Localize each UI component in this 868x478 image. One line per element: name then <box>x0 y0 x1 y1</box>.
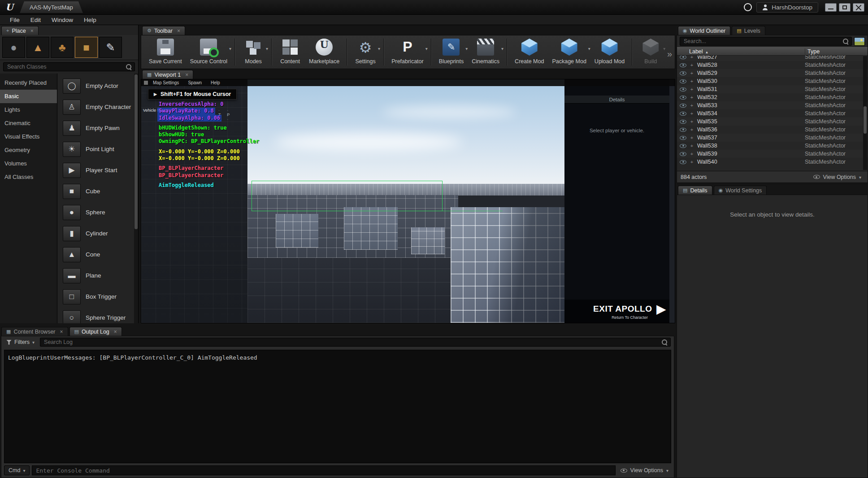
settings-button[interactable]: Settings <box>351 36 380 68</box>
close-tab-icon[interactable] <box>60 329 63 335</box>
source-control-button[interactable]: Source Control <box>186 36 231 68</box>
console-command-input[interactable] <box>32 465 615 475</box>
close-tab-icon[interactable] <box>185 72 188 78</box>
log-search-input[interactable] <box>43 339 662 346</box>
package-mod-button[interactable]: Package Mod <box>548 36 590 68</box>
place-scrollbar[interactable] <box>134 74 138 323</box>
outliner-scrollbar-thumb[interactable] <box>864 106 867 134</box>
place-category-foliage[interactable]: ♣ <box>51 37 74 58</box>
place-category-recently-placed[interactable]: Recently Placed <box>0 76 57 90</box>
visibility-eye-icon[interactable] <box>680 63 686 67</box>
place-category-recently-placed[interactable]: ● <box>2 37 25 58</box>
dropdown-caret-icon[interactable] <box>266 45 268 52</box>
place-item-point-light[interactable]: ☀Point Light <box>57 139 138 160</box>
tab-world-settings[interactable]: ◉World Settings <box>714 186 767 195</box>
outliner-row[interactable]: +Wall537StaticMeshActor <box>677 134 868 142</box>
close-tab-icon[interactable] <box>30 28 34 34</box>
place-category-visual-effects[interactable]: Visual Effects <box>0 130 57 143</box>
outliner-row[interactable]: +Wall533StaticMeshActor <box>677 101 868 109</box>
outliner-row[interactable]: +Wall536StaticMeshActor <box>677 126 868 134</box>
visibility-eye-icon[interactable] <box>680 160 686 164</box>
close-tab-icon[interactable] <box>177 28 180 34</box>
outliner-search-input[interactable] <box>683 38 843 45</box>
menu-item-file[interactable]: File <box>4 17 25 23</box>
user-chip[interactable]: HarshDoorstop <box>756 2 818 13</box>
visibility-eye-icon[interactable] <box>680 104 686 108</box>
cmd-dropdown-button[interactable]: Cmd <box>4 465 30 475</box>
place-item-cylinder[interactable]: ▮Cylinder <box>57 223 138 244</box>
viewport-menu-map-settings[interactable]: Map Settings <box>153 80 179 85</box>
outliner-row[interactable]: +Wall538StaticMeshActor <box>677 142 868 150</box>
outliner-row[interactable]: +Wall531StaticMeshActor <box>677 85 868 93</box>
tab-world-outliner[interactable]: ◉World Outliner <box>678 26 730 35</box>
visibility-eye-icon[interactable] <box>680 96 686 100</box>
tab-viewport-1[interactable]: ▦ Viewport 1 <box>142 70 193 79</box>
place-item-plane[interactable]: ▬Plane <box>57 265 138 286</box>
outliner-row[interactable]: +Wall530StaticMeshActor <box>677 77 868 85</box>
tab-levels[interactable]: ▤Levels <box>732 26 765 35</box>
output-log-text-area[interactable]: LogBlueprintUserMessages: [BP_BLPlayerCo… <box>4 350 671 463</box>
visibility-eye-icon[interactable] <box>680 152 686 156</box>
place-item-sphere[interactable]: ●Sphere <box>57 202 138 223</box>
save-current-button[interactable]: Save Current <box>145 36 186 68</box>
create-mod-button[interactable]: Create Mod <box>511 36 548 68</box>
place-item-cube[interactable]: ■Cube <box>57 181 138 202</box>
viewport-3d-view[interactable]: Map SettingsSpawnHelp Shift+F1 for Mouse… <box>141 79 675 323</box>
tab-output-log[interactable]: ▤Output Log <box>69 327 122 336</box>
filters-button[interactable]: Filters <box>4 339 36 345</box>
place-item-sphere-trigger[interactable]: ○Sphere Trigger <box>57 307 138 323</box>
epic-badge-icon[interactable] <box>744 3 752 11</box>
place-category-geometry[interactable]: ■ <box>75 37 98 58</box>
visibility-eye-icon[interactable] <box>680 128 686 132</box>
label-column-header[interactable]: Label <box>689 48 802 55</box>
outliner-row[interactable]: +Wall532StaticMeshActor <box>677 93 868 101</box>
tab-details[interactable]: ▤Details <box>678 186 712 195</box>
tab-toolbar[interactable]: ⚙ Toolbar <box>142 26 185 35</box>
outliner-row[interactable]: +Wall535StaticMeshActor <box>677 117 868 126</box>
visibility-eye-icon[interactable] <box>680 79 686 83</box>
place-category-feather[interactable]: ✎ <box>99 37 122 58</box>
visibility-eye-icon[interactable] <box>680 87 686 91</box>
viewport-menu-help[interactable]: Help <box>211 80 220 85</box>
tab-content-browser[interactable]: ▦Content Browser <box>1 327 68 336</box>
exit-apollo-button[interactable]: EXIT APOLLO Return To Character <box>564 300 669 323</box>
outliner-row[interactable]: +Wall529StaticMeshActor <box>677 69 868 77</box>
menu-item-window[interactable]: Window <box>46 17 78 23</box>
place-item-box-trigger[interactable]: □Box Trigger <box>57 286 138 307</box>
place-item-cone[interactable]: ▲Cone <box>57 244 138 265</box>
visibility-eye-icon[interactable] <box>680 144 686 148</box>
outliner-row[interactable]: +Wall539StaticMeshActor <box>677 150 868 158</box>
place-category-all-classes[interactable]: All Classes <box>0 170 57 184</box>
place-category-lights[interactable]: Lights <box>0 103 57 117</box>
visibility-eye-icon[interactable] <box>680 136 686 140</box>
visibility-eye-icon[interactable] <box>680 71 686 75</box>
place-item-empty-pawn[interactable]: ♟Empty Pawn <box>57 117 138 139</box>
viewport-options-icon[interactable] <box>144 81 148 85</box>
outliner-view-options-button[interactable]: View Options <box>811 174 864 180</box>
close-button[interactable] <box>853 3 864 12</box>
dropdown-caret-icon[interactable] <box>501 45 503 52</box>
marketplace-button[interactable]: Marketplace <box>305 36 343 68</box>
close-tab-icon[interactable] <box>114 329 117 335</box>
place-item-empty-character[interactable]: ♙Empty Character <box>57 96 138 117</box>
tab-place[interactable]: + Place <box>1 26 39 35</box>
dropdown-caret-icon[interactable] <box>425 45 428 52</box>
outliner-row[interactable]: +Wall528StaticMeshActor <box>677 61 868 69</box>
level-tab[interactable]: AAS-MyTestMap <box>20 1 83 13</box>
viewport-menu-spawn[interactable]: Spawn <box>188 80 202 85</box>
world-thumbnail-button[interactable] <box>854 37 865 46</box>
upload-mod-button[interactable]: Upload Mod <box>590 36 629 68</box>
minimize-button[interactable] <box>825 3 837 12</box>
content-button[interactable]: Content <box>275 36 305 68</box>
cinematics-button[interactable]: Cinematics <box>468 36 503 68</box>
place-category-volumes[interactable]: Volumes <box>0 157 57 170</box>
maximize-button[interactable] <box>839 3 851 12</box>
dropdown-caret-icon[interactable] <box>663 45 665 52</box>
place-item-player-start[interactable]: ▶Player Start <box>57 160 138 181</box>
place-search-input[interactable] <box>6 63 126 70</box>
place-category-cinematic[interactable]: Cinematic <box>0 117 57 130</box>
menu-item-help[interactable]: Help <box>78 17 102 23</box>
place-category-basic-shapes[interactable]: ▲ <box>26 37 49 58</box>
toolbar-overflow-chevron-icon[interactable] <box>667 49 672 59</box>
place-category-geometry[interactable]: Geometry <box>0 143 57 157</box>
